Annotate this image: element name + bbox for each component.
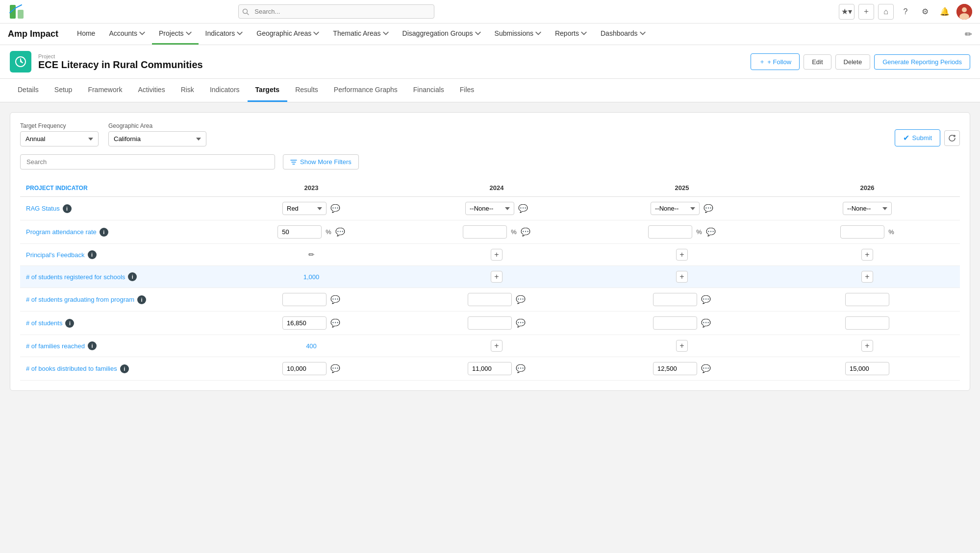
notification-btn[interactable]: 🔔 — [937, 4, 953, 20]
topbar-search[interactable] — [238, 4, 434, 19]
indicator-link-families[interactable]: # of families reached — [26, 342, 85, 350]
tab-targets[interactable]: Targets — [248, 79, 288, 102]
tab-activities[interactable]: Activities — [130, 79, 173, 102]
tab-setup[interactable]: Setup — [47, 79, 80, 102]
attendance-2023-input[interactable] — [277, 225, 322, 239]
comment-icon-attendance-2025[interactable]: 💬 — [706, 227, 716, 237]
comment-icon-books-2023[interactable]: 💬 — [330, 364, 340, 373]
nav-disaggregation[interactable]: Disaggregation Groups — [396, 24, 488, 45]
tab-performance-graphs[interactable]: Performance Graphs — [326, 79, 405, 102]
graduating-2023-input[interactable] — [282, 293, 327, 306]
add-registered-2026[interactable]: + — [861, 271, 873, 283]
submit-button[interactable]: ✔ Submit — [895, 129, 940, 146]
nav-accounts[interactable]: Accounts — [102, 24, 152, 45]
add-registered-2024[interactable]: + — [491, 271, 503, 283]
comment-icon-rag-2023[interactable]: 💬 — [330, 204, 340, 213]
tab-financials[interactable]: Financials — [405, 79, 452, 102]
indicator-link-books[interactable]: # of books distributed to families — [26, 365, 117, 372]
add-registered-2025[interactable]: + — [676, 271, 688, 283]
nav-indicators[interactable]: Indicators — [199, 24, 250, 45]
edit-button[interactable]: Edit — [804, 54, 831, 70]
students-2025-input[interactable] — [653, 316, 697, 330]
add-feedback-2025[interactable]: + — [676, 249, 688, 261]
geographic-area-select[interactable]: California — [108, 131, 206, 146]
comment-icon-attendance-2024[interactable]: 💬 — [521, 227, 530, 237]
attendance-2025-input[interactable] — [648, 225, 692, 239]
graduating-2026-input[interactable] — [845, 293, 889, 306]
info-icon-books[interactable]: i — [120, 364, 129, 373]
generate-reporting-periods-button[interactable]: Generate Reporting Periods — [874, 54, 970, 70]
nav-geographic-areas[interactable]: Geographic Areas — [250, 24, 326, 45]
nav-submissions[interactable]: Submissions — [488, 24, 548, 45]
rag-2024-select[interactable]: --None--RedGreenAmber — [465, 202, 514, 215]
avatar[interactable] — [956, 4, 972, 20]
rag-2026-select[interactable]: --None--RedGreenAmber — [843, 202, 892, 215]
info-icon-graduating[interactable]: i — [137, 295, 146, 304]
comment-icon-graduating-2024[interactable]: 💬 — [516, 295, 526, 304]
info-icon-students[interactable]: i — [65, 319, 74, 328]
indicator-link-students[interactable]: # of students — [26, 319, 62, 327]
delete-button[interactable]: Delete — [835, 54, 871, 70]
tab-results[interactable]: Results — [287, 79, 326, 102]
tab-framework[interactable]: Framework — [80, 79, 130, 102]
info-icon-feedback[interactable]: i — [88, 250, 97, 259]
nav-reports[interactable]: Reports — [548, 24, 594, 45]
tab-files[interactable]: Files — [452, 79, 482, 102]
nav-dashboards[interactable]: Dashboards — [594, 24, 653, 45]
students-2024-input[interactable] — [468, 316, 512, 330]
add-families-2025[interactable]: + — [676, 340, 688, 352]
edit-nav-icon[interactable]: ✏ — [965, 29, 972, 40]
indicator-search-input[interactable] — [20, 154, 275, 169]
comment-icon-students-2025[interactable]: 💬 — [701, 318, 711, 328]
info-icon-rag[interactable]: i — [63, 204, 72, 213]
info-icon-registered[interactable]: i — [128, 272, 137, 281]
graduating-2024-input[interactable] — [468, 293, 512, 306]
indicator-link-rag[interactable]: RAG Status — [26, 205, 60, 212]
add-feedback-2026[interactable]: + — [861, 249, 873, 261]
comment-icon-graduating-2025[interactable]: 💬 — [701, 295, 711, 304]
info-icon-attendance[interactable]: i — [100, 228, 108, 237]
search-input[interactable] — [238, 4, 434, 19]
books-2023-input[interactable] — [282, 362, 327, 375]
comment-icon-rag-2024[interactable]: 💬 — [518, 204, 528, 213]
refresh-button[interactable] — [944, 130, 960, 146]
comment-icon-attendance-2023[interactable]: 💬 — [335, 227, 345, 237]
indicator-link-graduating[interactable]: # of students graduating from program — [26, 296, 134, 303]
rag-2025-select[interactable]: --None--RedGreenAmber — [651, 202, 700, 215]
info-icon-families[interactable]: i — [88, 341, 97, 350]
tab-details[interactable]: Details — [10, 79, 47, 102]
edit-pencil-feedback-2023[interactable]: ✏ — [308, 250, 315, 259]
home-btn[interactable]: ⌂ — [878, 4, 894, 20]
indicator-link-registered[interactable]: # of students registered for schools — [26, 273, 125, 281]
attendance-2026-input[interactable] — [840, 225, 884, 239]
star-rating-btn[interactable]: ★▾ — [839, 4, 854, 20]
registered-2023-value[interactable]: 1,000 — [303, 273, 320, 281]
nav-projects[interactable]: Projects — [152, 24, 199, 45]
tab-indicators[interactable]: Indicators — [202, 79, 248, 102]
comment-icon-graduating-2023[interactable]: 💬 — [330, 295, 340, 304]
indicator-link-feedback[interactable]: Principal's Feedback — [26, 251, 85, 259]
settings-btn[interactable]: ⚙ — [917, 4, 933, 20]
add-feedback-2024[interactable]: + — [491, 249, 503, 261]
attendance-2024-input[interactable] — [463, 225, 507, 239]
tab-risk[interactable]: Risk — [173, 79, 202, 102]
comment-icon-books-2025[interactable]: 💬 — [701, 364, 711, 373]
add-btn[interactable]: ＋ — [858, 4, 874, 20]
comment-icon-students-2024[interactable]: 💬 — [516, 318, 526, 328]
indicator-link-attendance[interactable]: Program attendance rate — [26, 228, 97, 236]
add-families-2024[interactable]: + — [491, 340, 503, 352]
comment-icon-students-2023[interactable]: 💬 — [330, 318, 340, 328]
add-families-2026[interactable]: + — [861, 340, 873, 352]
books-2025-input[interactable] — [653, 362, 697, 375]
comment-icon-rag-2025[interactable]: 💬 — [704, 204, 713, 213]
books-2024-input[interactable] — [468, 362, 512, 375]
books-2026-input[interactable] — [845, 362, 889, 375]
show-more-filters-button[interactable]: Show More Filters — [283, 154, 359, 169]
students-2026-input[interactable] — [845, 316, 889, 330]
students-2023-input[interactable] — [282, 316, 327, 330]
comment-icon-books-2024[interactable]: 💬 — [516, 364, 526, 373]
nav-thematic-areas[interactable]: Thematic Areas — [326, 24, 395, 45]
rag-2023-select[interactable]: RedGreenAmber — [282, 202, 327, 215]
target-frequency-select[interactable]: Annual — [20, 131, 99, 146]
families-2023-value[interactable]: 400 — [306, 342, 317, 350]
